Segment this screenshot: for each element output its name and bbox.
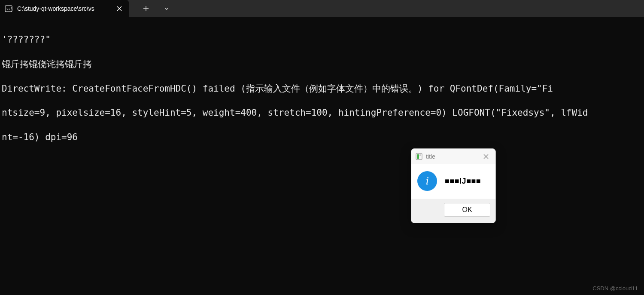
- dialog-close-button[interactable]: [480, 151, 492, 163]
- terminal-line: DirectWrite: CreateFontFaceFromHDC() fai…: [2, 83, 642, 95]
- active-tab[interactable]: c:\ C:\study-qt-workspace\src\vs: [0, 0, 129, 17]
- dialog-footer: OK: [411, 199, 495, 223]
- svg-rect-7: [417, 154, 419, 159]
- terminal-line: 锟斤拷锟侥诧拷锟斤拷: [2, 58, 642, 70]
- tab-actions: [141, 0, 172, 17]
- new-tab-button[interactable]: [141, 3, 151, 14]
- dialog-titlebar[interactable]: title: [411, 149, 495, 164]
- tab-dropdown-button[interactable]: [161, 3, 172, 14]
- message-box: title i ■■■IJ■■■ OK: [411, 148, 496, 223]
- terminal-icon: c:\: [4, 4, 13, 13]
- terminal-output: '???????" 锟斤拷锟侥诧拷锟斤拷 DirectWrite: Create…: [0, 17, 644, 160]
- qt-app-icon: [416, 153, 422, 160]
- terminal-line: '???????": [2, 34, 642, 46]
- svg-rect-8: [419, 154, 421, 156]
- tab-close-button[interactable]: [115, 4, 124, 13]
- dialog-message: ■■■IJ■■■: [445, 177, 481, 186]
- ok-button[interactable]: OK: [444, 203, 490, 217]
- dialog-title: title: [426, 153, 477, 160]
- terminal-line: ntsize=9, pixelsize=16, styleHint=5, wei…: [2, 107, 642, 119]
- info-icon: i: [417, 171, 437, 191]
- svg-text:c:\: c:\: [6, 7, 12, 11]
- watermark: CSDN @ccloud11: [592, 285, 638, 292]
- tab-bar: c:\ C:\study-qt-workspace\src\vs: [0, 0, 644, 17]
- tab-title: C:\study-qt-workspace\src\vs: [17, 5, 111, 12]
- terminal-line: nt=-16) dpi=96: [2, 131, 642, 143]
- dialog-body: i ■■■IJ■■■: [411, 164, 495, 199]
